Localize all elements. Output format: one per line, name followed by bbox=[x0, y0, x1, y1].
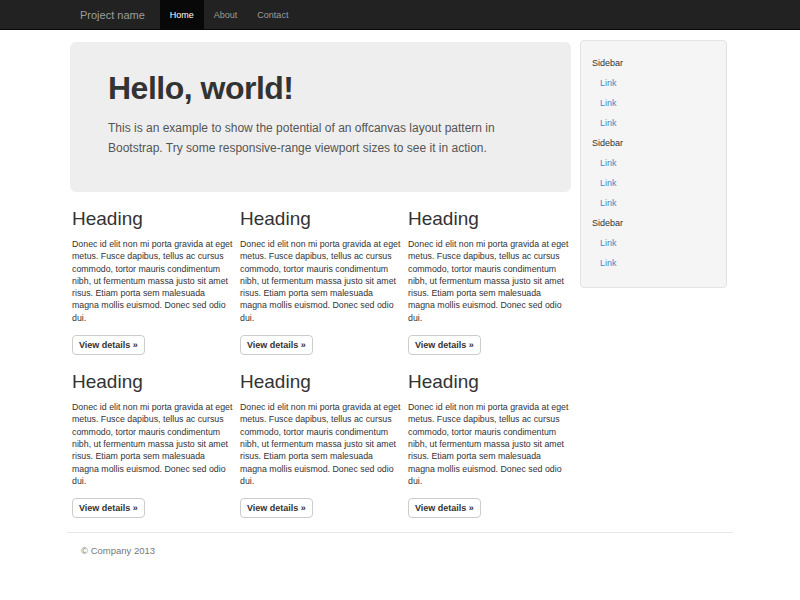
card-text-line: metus. Fusce dapibus, tellus ac cursus bbox=[408, 413, 576, 425]
card-text-line: dui. bbox=[408, 312, 576, 324]
card-text-line: magna mollis euismod. Donec sed odio bbox=[408, 299, 576, 311]
card-text-line: magna mollis euismod. Donec sed odio bbox=[72, 299, 240, 311]
card-text-line: magna mollis euismod. Donec sed odio bbox=[72, 463, 240, 475]
jumbotron: Hello, world! This is an example to show… bbox=[70, 42, 571, 192]
card-text-line: risus. Etiam porta sem malesuada bbox=[72, 450, 240, 462]
navbar: Project name Home About Contact bbox=[0, 0, 800, 30]
card-text-line: nibh, ut fermentum massa justo sit amet bbox=[240, 275, 408, 287]
page-title: Hello, world! bbox=[108, 70, 533, 107]
footer-divider bbox=[67, 532, 733, 533]
card-heading: Heading bbox=[72, 371, 240, 393]
card-text-line: nibh, ut fermentum massa justo sit amet bbox=[408, 275, 576, 287]
card: Heading Donec id elit non mi porta gravi… bbox=[72, 192, 240, 355]
card-text-line: commodo, tortor mauris condimentum bbox=[240, 263, 408, 275]
page-container: Hello, world! This is an example to show… bbox=[67, 30, 733, 556]
card-text-line: metus. Fusce dapibus, tellus ac cursus bbox=[72, 413, 240, 425]
card-text-line: commodo, tortor mauris condimentum bbox=[408, 263, 576, 275]
card-text: Donec id elit non mi porta gravida at eg… bbox=[408, 401, 576, 487]
sidebar-panel: Sidebar Link Link Link Sidebar Link Link… bbox=[580, 40, 727, 288]
card-text-line: metus. Fusce dapibus, tellus ac cursus bbox=[240, 413, 408, 425]
card-text-line: commodo, tortor mauris condimentum bbox=[240, 426, 408, 438]
card: Heading Donec id elit non mi porta gravi… bbox=[240, 192, 408, 355]
card-heading: Heading bbox=[240, 208, 408, 230]
view-details-button[interactable]: View details » bbox=[408, 498, 481, 518]
sidebar-link[interactable]: Link bbox=[581, 113, 726, 133]
card-text-line: dui. bbox=[240, 312, 408, 324]
jumbotron-description: This is an example to show the potential… bbox=[108, 118, 533, 158]
card-text-line: nibh, ut fermentum massa justo sit amet bbox=[408, 438, 576, 450]
card-heading: Heading bbox=[72, 208, 240, 230]
nav-item-about[interactable]: About bbox=[204, 0, 248, 30]
card-text-line: risus. Etiam porta sem malesuada bbox=[408, 287, 576, 299]
card-text: Donec id elit non mi porta gravida at eg… bbox=[240, 401, 408, 487]
card-text-line: magna mollis euismod. Donec sed odio bbox=[408, 463, 576, 475]
card-text-line: magna mollis euismod. Donec sed odio bbox=[240, 299, 408, 311]
card-text-line: commodo, tortor mauris condimentum bbox=[72, 263, 240, 275]
card-text-line: nibh, ut fermentum massa justo sit amet bbox=[72, 438, 240, 450]
sidebar-link[interactable]: Link bbox=[581, 73, 726, 93]
card-text: Donec id elit non mi porta gravida at eg… bbox=[408, 238, 576, 324]
sidebar-group-title: Sidebar bbox=[581, 213, 726, 233]
main-content: Hello, world! This is an example to show… bbox=[67, 30, 577, 518]
sidebar-link[interactable]: Link bbox=[581, 253, 726, 273]
card: Heading Donec id elit non mi porta gravi… bbox=[72, 355, 240, 518]
card-text: Donec id elit non mi porta gravida at eg… bbox=[240, 238, 408, 324]
card-text-line: metus. Fusce dapibus, tellus ac cursus bbox=[408, 250, 576, 262]
card: Heading Donec id elit non mi porta gravi… bbox=[408, 355, 576, 518]
card-text-line: Donec id elit non mi porta gravida at eg… bbox=[240, 401, 408, 413]
sidebar-group-title: Sidebar bbox=[581, 53, 726, 73]
card-text-line: dui. bbox=[72, 475, 240, 487]
card-text-line: nibh, ut fermentum massa justo sit amet bbox=[72, 275, 240, 287]
card-text-line: Donec id elit non mi porta gravida at eg… bbox=[240, 238, 408, 250]
card-text-line: risus. Etiam porta sem malesuada bbox=[408, 450, 576, 462]
card-text-line: risus. Etiam porta sem malesuada bbox=[72, 287, 240, 299]
card-text-line: nibh, ut fermentum massa justo sit amet bbox=[240, 438, 408, 450]
navbar-menu: Home About Contact bbox=[160, 0, 299, 30]
sidebar-link[interactable]: Link bbox=[581, 153, 726, 173]
card-text-line: Donec id elit non mi porta gravida at eg… bbox=[408, 238, 576, 250]
view-details-button[interactable]: View details » bbox=[240, 498, 313, 518]
main-row: Hello, world! This is an example to show… bbox=[67, 30, 733, 518]
card-text-line: metus. Fusce dapibus, tellus ac cursus bbox=[72, 250, 240, 262]
card-text-line: risus. Etiam porta sem malesuada bbox=[240, 287, 408, 299]
card-text-line: dui. bbox=[240, 475, 408, 487]
footer: © Company 2013 bbox=[67, 532, 733, 556]
card-heading: Heading bbox=[408, 371, 576, 393]
sidebar: Sidebar Link Link Link Sidebar Link Link… bbox=[577, 30, 733, 518]
card-heading: Heading bbox=[408, 208, 576, 230]
card-text-line: Donec id elit non mi porta gravida at eg… bbox=[72, 401, 240, 413]
brand-link[interactable]: Project name bbox=[67, 0, 160, 30]
card-heading: Heading bbox=[240, 371, 408, 393]
card: Heading Donec id elit non mi porta gravi… bbox=[408, 192, 576, 355]
card-text-line: metus. Fusce dapibus, tellus ac cursus bbox=[240, 250, 408, 262]
card-text: Donec id elit non mi porta gravida at eg… bbox=[72, 401, 240, 487]
card-text-line: Donec id elit non mi porta gravida at eg… bbox=[72, 238, 240, 250]
sidebar-group-title: Sidebar bbox=[581, 133, 726, 153]
sidebar-link[interactable]: Link bbox=[581, 93, 726, 113]
nav-item-contact[interactable]: Contact bbox=[247, 0, 298, 30]
card-text: Donec id elit non mi porta gravida at eg… bbox=[72, 238, 240, 324]
sidebar-link[interactable]: Link bbox=[581, 233, 726, 253]
card-text-line: magna mollis euismod. Donec sed odio bbox=[240, 463, 408, 475]
sidebar-link[interactable]: Link bbox=[581, 173, 726, 193]
sidebar-link[interactable]: Link bbox=[581, 193, 726, 213]
navbar-container: Project name Home About Contact bbox=[67, 0, 733, 30]
view-details-button[interactable]: View details » bbox=[72, 498, 145, 518]
view-details-button[interactable]: View details » bbox=[72, 335, 145, 355]
cards-row-2: Heading Donec id elit non mi porta gravi… bbox=[67, 355, 577, 518]
cards-row-1: Heading Donec id elit non mi porta gravi… bbox=[67, 192, 577, 355]
card-text-line: dui. bbox=[408, 475, 576, 487]
card-text-line: dui. bbox=[72, 312, 240, 324]
card-text-line: Donec id elit non mi porta gravida at eg… bbox=[408, 401, 576, 413]
nav-item-home[interactable]: Home bbox=[160, 0, 204, 30]
card-text-line: commodo, tortor mauris condimentum bbox=[408, 426, 576, 438]
view-details-button[interactable]: View details » bbox=[408, 335, 481, 355]
card-text-line: risus. Etiam porta sem malesuada bbox=[240, 450, 408, 462]
copyright-text: © Company 2013 bbox=[67, 545, 733, 556]
view-details-button[interactable]: View details » bbox=[240, 335, 313, 355]
card-text-line: commodo, tortor mauris condimentum bbox=[72, 426, 240, 438]
card: Heading Donec id elit non mi porta gravi… bbox=[240, 355, 408, 518]
